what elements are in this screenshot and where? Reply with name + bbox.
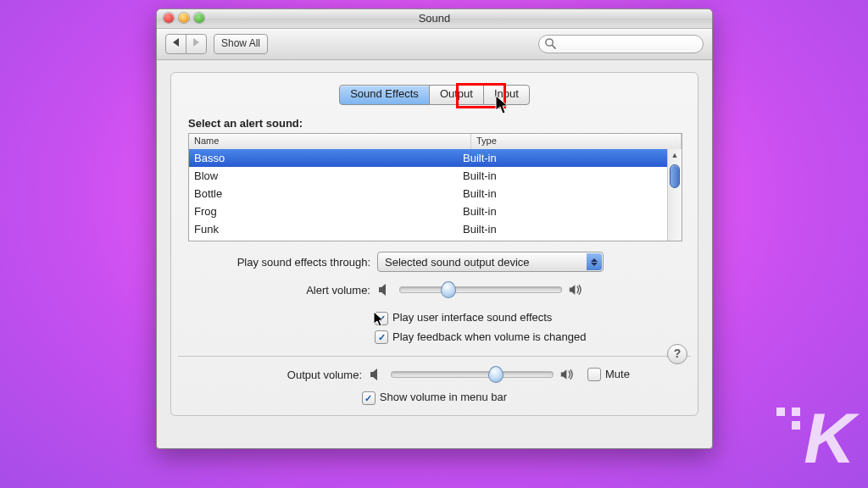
help-button[interactable]: ? <box>667 344 687 364</box>
window-title: Sound <box>419 12 451 25</box>
effects-through-label: Play sound effects through: <box>171 256 370 269</box>
table-row[interactable]: BottleBuilt-in <box>189 185 668 202</box>
sound-preferences-window: Sound Show All Sound Effects Output Inpu… <box>156 8 713 449</box>
tab-output[interactable]: Output <box>429 85 484 105</box>
feedback-label: Play feedback when volume is changed <box>392 330 586 343</box>
alert-volume-label: Alert volume: <box>171 284 370 297</box>
chevron-left-icon <box>173 38 179 47</box>
feedback-checkbox[interactable] <box>375 330 388 344</box>
mute-label: Mute <box>605 368 630 380</box>
popup-arrows-icon <box>587 253 602 270</box>
ui-effects-checkbox[interactable] <box>375 312 388 325</box>
nav-buttons <box>165 34 207 54</box>
show-all-button[interactable]: Show All <box>214 34 268 54</box>
table-row[interactable]: BlowBuilt-in <box>189 167 668 185</box>
search-icon <box>544 37 557 50</box>
tab-sound-effects[interactable]: Sound Effects <box>339 85 430 105</box>
table-row[interactable]: FrogBuilt-in <box>189 202 668 220</box>
alert-sound-table[interactable]: Name Type BassoBuilt-in BlowBuilt-in Bot… <box>188 133 682 241</box>
tab-input[interactable]: Input <box>483 85 530 105</box>
minimize-button[interactable] <box>179 13 189 23</box>
toolbar: Show All <box>157 29 712 60</box>
mute-checkbox[interactable] <box>587 368 601 381</box>
svg-line-1 <box>553 46 556 49</box>
output-volume-label: Output volume: <box>171 369 362 381</box>
close-button[interactable] <box>164 13 174 23</box>
table-header: Name Type <box>189 134 682 150</box>
search-input[interactable] <box>538 35 704 53</box>
watermark-logo: K <box>804 397 853 480</box>
volume-high-icon <box>560 367 576 382</box>
zoom-button[interactable] <box>194 13 204 23</box>
back-button[interactable] <box>165 34 186 54</box>
alert-sound-heading: Select an alert sound: <box>188 117 698 130</box>
sound-effects-panel: Sound Effects Output Input Select an ale… <box>170 72 698 416</box>
output-volume-slider[interactable] <box>391 371 554 378</box>
table-row[interactable]: FunkBuilt-in <box>189 220 668 238</box>
tabs: Sound Effects Output Input <box>339 85 530 105</box>
table-row[interactable]: BassoBuilt-in <box>189 149 668 167</box>
forward-button[interactable] <box>186 34 207 54</box>
menu-bar-label: Show volume in menu bar <box>380 391 507 403</box>
effects-through-popup[interactable]: Selected sound output device <box>377 252 604 272</box>
col-name[interactable]: Name <box>189 134 471 149</box>
volume-high-icon <box>569 282 584 297</box>
scrollbar[interactable]: ▲ <box>667 149 682 241</box>
volume-low-icon <box>377 282 392 297</box>
divider <box>178 356 691 357</box>
menu-bar-checkbox[interactable] <box>362 391 376 405</box>
scroll-thumb[interactable] <box>670 164 680 188</box>
titlebar: Sound <box>157 9 712 29</box>
chevron-right-icon <box>193 38 199 47</box>
alert-volume-slider[interactable] <box>399 286 562 293</box>
scroll-up-icon[interactable]: ▲ <box>670 151 680 161</box>
col-type[interactable]: Type <box>471 134 682 149</box>
ui-effects-label: Play user interface sound effects <box>392 311 552 324</box>
volume-low-icon <box>369 367 384 382</box>
